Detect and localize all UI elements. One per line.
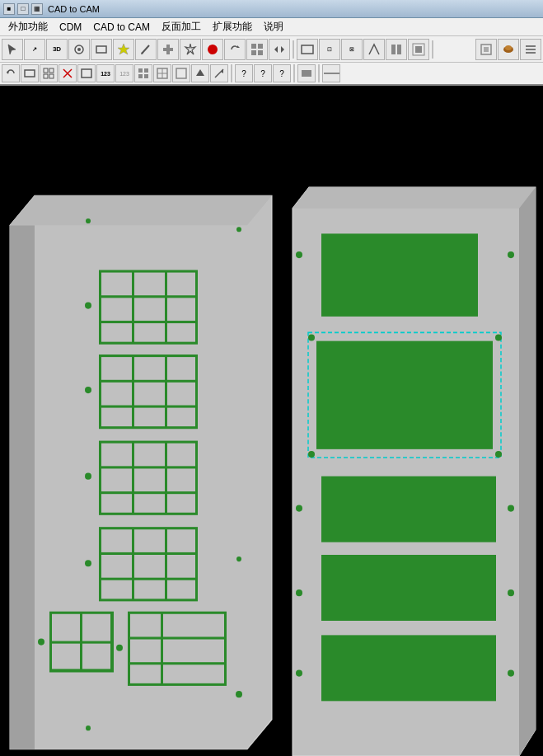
cross-btn[interactable]	[59, 64, 77, 82]
menu-extra-functions[interactable]: 外加功能	[3, 18, 53, 35]
rotate-btn[interactable]	[224, 39, 246, 60]
tool-btn-13[interactable]	[297, 39, 318, 60]
menu-help[interactable]: 说明	[259, 18, 288, 35]
num2-btn[interactable]: 123	[115, 64, 133, 82]
tool-btn-17[interactable]	[386, 39, 407, 60]
svg-rect-79	[134, 444, 165, 467]
panel-btn-2[interactable]	[498, 39, 519, 60]
rect2-btn[interactable]	[77, 64, 96, 82]
svg-rect-19	[397, 45, 401, 54]
line-btn[interactable]	[322, 64, 340, 82]
menu-extended-functions[interactable]: 扩展功能	[208, 18, 257, 35]
help3-btn[interactable]: ?	[273, 64, 291, 82]
svg-rect-7	[166, 45, 170, 54]
svg-marker-16	[281, 46, 284, 53]
svg-rect-39	[144, 68, 148, 73]
svg-rect-11	[251, 44, 256, 49]
svg-rect-67	[101, 357, 132, 380]
undo-btn[interactable]	[2, 64, 20, 82]
window-title: CAD to CAM	[48, 4, 100, 14]
svg-rect-110	[163, 640, 194, 663]
tool-btn-16[interactable]	[363, 39, 385, 60]
svg-rect-12	[258, 44, 263, 49]
svg-point-141	[508, 669, 514, 676]
tool-btn-12[interactable]	[269, 39, 290, 60]
svg-point-137	[508, 505, 514, 512]
grid2-btn[interactable]	[40, 64, 58, 82]
svg-rect-68	[134, 357, 165, 380]
svg-point-65	[85, 302, 91, 308]
diagonal-btn[interactable]	[210, 64, 228, 82]
svg-rect-38	[138, 68, 143, 73]
svg-rect-60	[134, 298, 165, 321]
num1-btn[interactable]: 123	[96, 64, 115, 82]
tool2-btn-8[interactable]	[134, 64, 152, 82]
svg-rect-103	[82, 644, 110, 669]
svg-rect-80	[167, 444, 195, 467]
pencil-btn[interactable]	[135, 39, 157, 60]
title-bar: ■ □ ▦ CAD to CAM	[0, 0, 543, 18]
pointer-btn[interactable]	[2, 39, 23, 60]
svg-rect-14	[258, 50, 263, 55]
up-btn[interactable]	[191, 64, 209, 82]
svg-rect-82	[134, 468, 165, 491]
svg-rect-32	[49, 68, 54, 73]
rectangle-btn[interactable]	[91, 39, 112, 60]
svg-rect-74	[134, 408, 165, 427]
menu-reverse-machining[interactable]: 反面加工	[157, 18, 206, 35]
tool-btn-1[interactable]: ↗	[24, 39, 45, 60]
svg-point-115	[116, 645, 123, 651]
svg-rect-37	[82, 69, 91, 77]
svg-point-140	[296, 669, 302, 676]
tool2-btn-10[interactable]	[172, 64, 190, 82]
svg-rect-70	[101, 383, 132, 406]
svg-point-25	[505, 45, 512, 50]
help2-btn[interactable]: ?	[254, 64, 272, 82]
doc-icon: □	[17, 3, 29, 15]
tool-btn-14[interactable]: ⊡	[319, 39, 340, 60]
sep-3	[231, 64, 232, 82]
frame-btn[interactable]	[21, 64, 39, 82]
canvas-area[interactable]	[0, 86, 543, 756]
svg-rect-131	[321, 477, 496, 542]
svg-rect-40	[138, 74, 143, 78]
sep-4	[293, 64, 295, 82]
svg-rect-109	[130, 640, 161, 663]
svg-rect-90	[134, 529, 165, 552]
tool-btn-3[interactable]	[68, 39, 90, 60]
svg-rect-114	[194, 664, 224, 683]
svg-marker-8	[185, 44, 195, 54]
svg-rect-126	[316, 341, 493, 449]
panel-btn-3[interactable]	[520, 39, 541, 60]
svg-rect-94	[167, 555, 195, 578]
panel-btn-1[interactable]	[475, 39, 497, 60]
svg-marker-3	[118, 44, 129, 54]
svg-marker-53	[10, 225, 35, 749]
tool-btn-15[interactable]: ⊠	[341, 39, 363, 60]
menu-cad-to-cam[interactable]: CAD to CAM	[88, 20, 155, 35]
svg-rect-89	[101, 529, 132, 552]
svg-rect-33	[44, 74, 48, 78]
help1-btn[interactable]: ?	[235, 64, 253, 82]
svg-point-136	[296, 505, 302, 512]
tool2-btn-9[interactable]	[153, 64, 171, 82]
svg-rect-78	[101, 444, 132, 467]
star-btn[interactable]	[113, 39, 134, 60]
star2-btn[interactable]	[180, 39, 201, 60]
tool-btn-7[interactable]	[157, 39, 179, 60]
cad-svg	[0, 86, 543, 756]
circle-btn[interactable]	[202, 39, 223, 60]
svg-marker-122	[293, 187, 536, 209]
svg-point-76	[85, 387, 91, 393]
svg-rect-86	[167, 494, 195, 513]
svg-rect-106	[130, 614, 161, 637]
svg-rect-112	[130, 664, 161, 683]
tool-btn-18[interactable]	[408, 39, 429, 60]
tool-btn-11[interactable]	[246, 39, 268, 60]
menu-cdm[interactable]: CDM	[54, 20, 87, 35]
title-bar-icons: ■ □ ▦	[3, 3, 43, 15]
svg-rect-96	[134, 580, 165, 599]
3d-btn[interactable]: 3D	[46, 39, 68, 60]
svg-rect-102	[52, 644, 80, 669]
tool2-btn-16[interactable]	[297, 64, 316, 82]
